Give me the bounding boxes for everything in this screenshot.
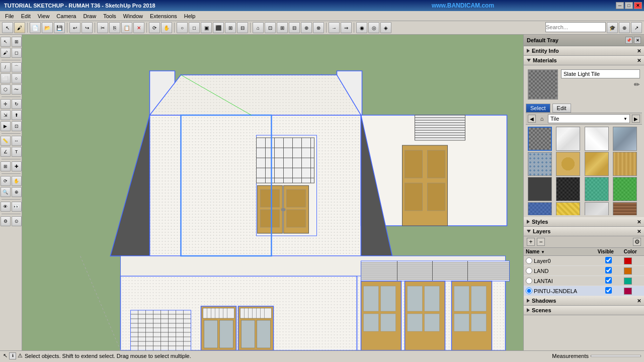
toolbar-v1[interactable]: ⌂ bbox=[253, 22, 264, 33]
mat-swatch-13[interactable] bbox=[556, 202, 580, 215]
tray-close-btn[interactable]: ✕ bbox=[634, 37, 641, 44]
toolbar-v4[interactable]: ⊟ bbox=[289, 22, 300, 33]
entity-info-collapse[interactable]: Entity Info bbox=[527, 48, 559, 54]
tool-protractor-btn[interactable]: ∠ bbox=[1, 147, 11, 157]
mat-swatch-12[interactable] bbox=[528, 202, 552, 215]
toolbar-orbit[interactable]: ⟳ bbox=[149, 22, 160, 33]
mat-swatch-9[interactable] bbox=[556, 177, 580, 201]
measurements-value[interactable] bbox=[591, 355, 641, 357]
tile-category-btn[interactable]: ▶ bbox=[632, 115, 640, 123]
toolbar-nav2[interactable]: ⇒ bbox=[341, 22, 352, 33]
tool-orbit-btn[interactable]: ⟳ bbox=[1, 176, 11, 186]
materials-close-btn[interactable]: ✕ bbox=[637, 58, 641, 63]
tool-rect-btn[interactable]: ⬜ bbox=[1, 73, 11, 83]
mat-swatch-14[interactable] bbox=[585, 202, 609, 215]
shadows-header[interactable]: Shadows ✕ bbox=[524, 296, 644, 306]
layers-collapse[interactable]: Layers bbox=[527, 228, 550, 234]
toolbar-paste[interactable]: 📋 bbox=[121, 22, 132, 33]
toolbar-select[interactable]: ↖ bbox=[2, 22, 13, 33]
maximize-button[interactable]: □ bbox=[625, 2, 633, 9]
toolbar-camera5[interactable]: ⊞ bbox=[225, 22, 236, 33]
material-edit-icon[interactable]: ✏ bbox=[634, 80, 640, 88]
scenes-collapse[interactable]: Scenes bbox=[527, 307, 551, 313]
layers-menu-btn[interactable]: ⚙ bbox=[633, 238, 641, 246]
shadows-close-btn[interactable]: ✕ bbox=[637, 298, 641, 304]
materials-header[interactable]: Materials ✕ bbox=[524, 56, 644, 65]
toolbar-camera4[interactable]: ⬛ bbox=[213, 22, 224, 33]
tile-nav-back[interactable]: ◀ bbox=[528, 115, 536, 123]
layer-color-swatch-2[interactable] bbox=[624, 278, 632, 285]
tool-polygon-btn[interactable]: ⬡ bbox=[1, 84, 11, 95]
close-button[interactable]: ✕ bbox=[634, 2, 642, 9]
menu-edit[interactable]: Edit bbox=[18, 12, 34, 20]
tool-text-btn[interactable]: T bbox=[12, 147, 22, 157]
layer-remove-btn[interactable]: − bbox=[537, 238, 545, 246]
mat-swatch-3[interactable] bbox=[613, 127, 637, 151]
toolbar-v2[interactable]: ⊡ bbox=[265, 22, 276, 33]
layer-add-btn[interactable]: + bbox=[527, 238, 535, 246]
styles-collapse[interactable]: Styles bbox=[527, 219, 548, 225]
tool-follow-btn[interactable]: ▶ bbox=[1, 121, 11, 131]
toolbar-undo[interactable]: ↩ bbox=[69, 22, 80, 33]
layer-radio-2[interactable] bbox=[526, 278, 532, 284]
tool-tape-btn[interactable]: 📏 bbox=[1, 136, 11, 146]
tool-paint-btn[interactable]: 🖌 bbox=[1, 48, 11, 58]
mat-swatch-15[interactable] bbox=[613, 202, 637, 215]
menu-file[interactable]: File bbox=[2, 12, 17, 20]
toolbar-cut[interactable]: ✂ bbox=[97, 22, 108, 33]
toolbar-camera2[interactable]: □ bbox=[189, 22, 200, 33]
toolbar-style1[interactable]: ◉ bbox=[356, 22, 367, 33]
tool-dim-btn[interactable]: ↔ bbox=[12, 136, 22, 146]
search-input[interactable] bbox=[545, 22, 606, 32]
toolbar-v6[interactable]: ⊗ bbox=[313, 22, 324, 33]
tool-pushpull-btn[interactable]: ⬆ bbox=[12, 110, 22, 120]
menu-tools[interactable]: Tools bbox=[100, 12, 119, 20]
layers-header[interactable]: Layers ✕ bbox=[524, 227, 644, 236]
toolbar-style3[interactable]: ◈ bbox=[380, 22, 391, 33]
tool-walk-btn[interactable]: 👁 bbox=[1, 202, 11, 212]
shadows-collapse[interactable]: Shadows bbox=[527, 298, 556, 304]
toolbar-camera3[interactable]: ▣ bbox=[201, 22, 212, 33]
tile-home-btn[interactable]: ⌂ bbox=[538, 115, 546, 123]
layer-radio-1[interactable] bbox=[526, 267, 532, 274]
styles-close-btn[interactable]: ✕ bbox=[637, 219, 641, 225]
mat-swatch-0[interactable] bbox=[528, 127, 552, 151]
menu-window[interactable]: Window bbox=[120, 12, 146, 20]
layer-check-1[interactable] bbox=[605, 267, 612, 274]
tool-extra2-btn[interactable]: ⊙ bbox=[12, 216, 22, 226]
search-extension[interactable]: ⊕ bbox=[619, 22, 630, 33]
tool-zoom-btn[interactable]: 🔍 bbox=[1, 187, 11, 197]
layer-check-0[interactable] bbox=[605, 257, 612, 263]
mat-swatch-11[interactable] bbox=[613, 177, 637, 201]
tool-scale-btn[interactable]: ⇲ bbox=[1, 110, 11, 120]
menu-camera[interactable]: Camera bbox=[53, 12, 79, 20]
toolbar-save[interactable]: 💾 bbox=[54, 22, 65, 33]
toolbar-camera6[interactable]: ⊟ bbox=[237, 22, 248, 33]
styles-header[interactable]: Styles ✕ bbox=[524, 217, 644, 227]
material-grid-scroll[interactable] bbox=[526, 125, 642, 215]
toolbar-pan[interactable]: ✋ bbox=[161, 22, 172, 33]
mat-swatch-4[interactable] bbox=[528, 152, 552, 176]
mat-swatch-6[interactable] bbox=[585, 152, 609, 176]
tool-freehand-btn[interactable]: 〜 bbox=[12, 84, 22, 95]
menu-extensions[interactable]: Extensions bbox=[147, 12, 180, 20]
tool-extra1-btn[interactable]: ⚙ bbox=[1, 216, 11, 226]
materials-collapse[interactable]: Materials bbox=[527, 57, 557, 63]
layer-color-swatch-0[interactable] bbox=[624, 257, 632, 264]
layers-close-btn[interactable]: ✕ bbox=[637, 229, 641, 234]
tray-pin-btn[interactable]: 📌 bbox=[625, 37, 632, 44]
menu-draw[interactable]: Draw bbox=[80, 12, 99, 20]
tool-look-btn[interactable]: 👀 bbox=[12, 202, 22, 212]
menu-help[interactable]: Help bbox=[181, 12, 199, 20]
material-name-input[interactable] bbox=[561, 69, 640, 78]
entity-info-close-btn[interactable]: ✕ bbox=[637, 48, 641, 54]
tool-offset-btn[interactable]: ⊡ bbox=[12, 121, 22, 131]
entity-info-header[interactable]: Entity Info ✕ bbox=[524, 46, 644, 56]
toolbar-new[interactable]: 📄 bbox=[30, 22, 41, 33]
mat-swatch-10[interactable] bbox=[585, 177, 609, 201]
tool-pan-btn[interactable]: ✋ bbox=[12, 176, 22, 186]
viewport[interactable] bbox=[22, 35, 523, 350]
layer-color-swatch-3[interactable] bbox=[624, 288, 632, 295]
search-instructor[interactable]: 🎓 bbox=[607, 22, 618, 33]
tool-line-btn[interactable]: / bbox=[1, 62, 11, 72]
